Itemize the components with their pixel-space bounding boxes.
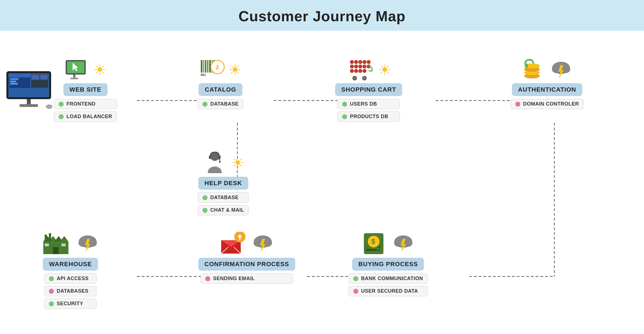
svg-rect-64	[525, 64, 528, 68]
catalog-sun-icon: ☀	[228, 61, 242, 78]
email-dot	[205, 276, 210, 281]
bank-dot	[353, 276, 358, 281]
catalog-item-database: DATABASE	[198, 99, 243, 109]
svg-rect-31	[207, 60, 208, 73]
helpdesk-items: DATABASE CHAT & MAIL	[195, 192, 251, 215]
svg-rect-28	[201, 60, 202, 73]
svg-point-53	[354, 69, 358, 73]
auth-items: DOMAIN CONTROLER	[508, 99, 586, 109]
svg-rect-75	[45, 235, 47, 242]
warehouse-item-security: SECURITY	[44, 299, 97, 309]
catalog-items: DATABASE	[195, 99, 245, 109]
svg-text:2: 2	[216, 64, 219, 71]
svg-rect-39	[209, 156, 211, 159]
svg-rect-18	[32, 80, 48, 87]
buying-icon-row: $	[362, 232, 414, 256]
catalog-title: CATALOG	[199, 83, 242, 96]
svg-point-54	[358, 69, 362, 73]
svg-point-44	[358, 60, 362, 64]
warehouse-title: WAREHOUSE	[43, 258, 98, 271]
svg-rect-13	[10, 81, 16, 82]
node-confirmation: CONFIRMATION PROCESS SENDING EMAIL	[198, 232, 295, 284]
buying-items: BANK COMMUNICATION USER SECURED DATA	[346, 273, 430, 296]
shopping-item-productsdb: PRODUCTS DB	[337, 111, 400, 122]
api-dot	[49, 276, 54, 281]
warehouse-icon	[42, 232, 73, 256]
svg-point-101	[378, 249, 380, 251]
buying-item-secured: USER SECURED DATA	[349, 286, 428, 296]
warehouse-item-databases: DATABASES	[44, 286, 97, 296]
svg-point-42	[350, 60, 354, 64]
svg-rect-11	[9, 74, 30, 77]
auth-lock-icon	[522, 59, 546, 81]
catalog-db-dot	[202, 102, 207, 107]
shopping-icon-row: ☀	[346, 59, 391, 81]
helpdesk-sun-icon: ☀	[231, 154, 244, 171]
auth-cloud-lightning-icon	[550, 59, 572, 80]
wh-db-dot	[49, 289, 54, 294]
domain-dot	[515, 102, 520, 107]
svg-point-55	[362, 69, 366, 73]
svg-point-49	[358, 65, 362, 68]
svg-rect-20	[20, 104, 38, 107]
helpdesk-chat-dot	[202, 208, 207, 213]
svg-point-50	[362, 65, 366, 68]
node-website: ☀ WEB SITE FRONTEND LOAD BALANCER	[52, 59, 119, 122]
warehouse-item-api: API ACCESS	[44, 273, 97, 284]
svg-text:$: $	[371, 238, 375, 245]
shopping-item-usersdb: USERS DB	[337, 99, 400, 109]
svg-point-57	[354, 77, 356, 79]
svg-point-43	[354, 60, 358, 64]
catalog-icon: 801 2	[199, 59, 225, 81]
helpdesk-item-database: DATABASE	[198, 192, 249, 203]
confirmation-cloud-icon	[252, 233, 274, 254]
svg-rect-26	[73, 75, 75, 78]
computer-icon	[5, 70, 55, 110]
node-helpdesk: ☀ HELP DESK DATABASE CHAT & MAIL	[195, 151, 251, 215]
svg-point-41	[219, 161, 221, 163]
warehouse-items: API ACCESS DATABASES SECURITY	[42, 273, 99, 309]
frontend-dot	[59, 102, 64, 107]
svg-rect-79	[61, 244, 66, 246]
buying-item-bank: BANK COMMUNICATION	[349, 273, 428, 284]
warehouse-icon-row	[42, 232, 99, 256]
svg-point-46	[367, 60, 371, 64]
svg-rect-19	[27, 99, 31, 105]
security-dot	[49, 301, 54, 306]
usersdb-dot	[342, 102, 347, 107]
svg-rect-78	[45, 244, 49, 246]
svg-rect-29	[203, 60, 204, 73]
website-icon-row: ☀	[64, 59, 106, 81]
auth-title: AUTHENTICATION	[512, 83, 582, 96]
shopping-sun-icon: ☀	[378, 61, 391, 78]
svg-point-45	[362, 60, 366, 64]
helpdesk-item-chatmail: CHAT & MAIL	[198, 205, 249, 215]
node-buying: $ BUYING PROCESS BANK COMMUNICATION	[346, 232, 430, 296]
buying-title: BUYING PROCESS	[352, 258, 424, 271]
helpdesk-icon	[202, 151, 227, 175]
svg-rect-27	[70, 78, 78, 79]
svg-rect-14	[10, 83, 18, 85]
productsdb-dot	[342, 114, 347, 119]
svg-point-100	[378, 246, 380, 248]
shopping-cart-icon	[346, 59, 374, 81]
website-monitor-icon	[64, 59, 89, 81]
buying-cloud-icon	[392, 233, 414, 254]
svg-rect-77	[53, 247, 59, 254]
svg-rect-12	[10, 78, 18, 80]
main-content: ☀ WEB SITE FRONTEND LOAD BALANCER	[0, 31, 644, 334]
svg-rect-30	[205, 60, 206, 73]
svg-text:801: 801	[201, 73, 206, 77]
confirmation-items: SENDING EMAIL	[198, 273, 295, 284]
website-items: FRONTEND LOAD BALANCER	[52, 99, 119, 122]
buying-atm-icon: $	[362, 232, 388, 256]
node-auth: AUTHENTICATION DOMAIN CONTROLER	[508, 59, 586, 109]
helpdesk-title: HELP DESK	[198, 177, 248, 190]
website-title: WEB SITE	[63, 83, 108, 96]
node-shopping: ☀ SHOPPING CART USERS DB PRODUCTS DB	[335, 59, 402, 122]
confirmation-title: CONFIRMATION PROCESS	[198, 258, 295, 271]
confirmation-icon-row	[220, 232, 274, 256]
svg-rect-40	[218, 156, 221, 159]
secured-dot	[353, 289, 358, 294]
svg-point-48	[354, 65, 358, 68]
